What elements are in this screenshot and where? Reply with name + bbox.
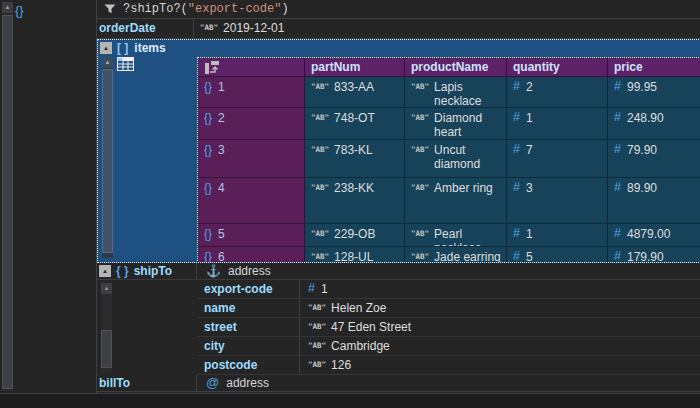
number-type-icon: # bbox=[513, 227, 520, 240]
table-cell-productName[interactable]: "AB"Uncut diamond bbox=[405, 140, 507, 178]
row-index-cell[interactable]: {}4 bbox=[198, 178, 305, 224]
table-cell-quantity[interactable]: #1 bbox=[507, 224, 608, 247]
field-value-text: 126 bbox=[331, 358, 351, 372]
field-key-export-code[interactable]: export-code bbox=[197, 280, 300, 298]
cell-value: 7 bbox=[526, 143, 533, 157]
column-header-quantity[interactable]: quantity bbox=[507, 58, 608, 77]
table-cell-quantity[interactable]: #2 bbox=[507, 77, 608, 108]
shipto-vertical-scrollbar[interactable]: ▲ bbox=[101, 283, 112, 373]
number-type-icon: # bbox=[614, 181, 621, 194]
items-vertical-scrollbar[interactable]: ▲ bbox=[102, 57, 113, 258]
string-type-icon: "AB" bbox=[308, 303, 326, 312]
row-index-label: 2 bbox=[218, 111, 225, 125]
filter-string-literal: "export-code" bbox=[188, 2, 282, 16]
cell-value: 2 bbox=[526, 80, 533, 94]
root-object-icon[interactable]: {} bbox=[15, 3, 24, 18]
cell-value: Uncut diamond bbox=[434, 143, 506, 171]
outer-vertical-scrollbar[interactable]: ▲ bbox=[2, 2, 13, 391]
cell-value: Jade earring bbox=[434, 250, 501, 263]
column-header-partNum[interactable]: partNum bbox=[305, 58, 405, 77]
number-type-icon: # bbox=[614, 227, 621, 240]
row-index-cell[interactable]: {}5 bbox=[198, 224, 305, 247]
table-cell-quantity[interactable]: #7 bbox=[507, 140, 608, 178]
scrollbar-thumb[interactable] bbox=[101, 330, 112, 368]
table-cell-price[interactable]: #248.90 bbox=[608, 108, 700, 140]
row-index-label: 6 bbox=[218, 250, 225, 263]
field-value[interactable]: "AB"Helen Zoe bbox=[300, 299, 700, 317]
filter-input-row[interactable]: ?shipTo?("export-code") bbox=[97, 0, 700, 19]
table-cell-price[interactable]: #79.90 bbox=[608, 140, 700, 178]
items-collapse-button[interactable]: ▲ bbox=[100, 42, 112, 54]
array-icon: [ ] bbox=[117, 41, 128, 55]
table-cell-productName[interactable]: "AB"Jade earring bbox=[405, 247, 507, 263]
table-row: {}5"AB"229-OB"AB"Pearl necklace#1#4879.0… bbox=[198, 224, 700, 247]
table-cell-price[interactable]: #179.90 bbox=[608, 247, 700, 263]
table-cell-quantity[interactable]: #5 bbox=[507, 247, 608, 263]
items-array-panel[interactable]: ▲ [ ] items ▲ bbox=[97, 39, 700, 263]
billto-key[interactable]: billTo bbox=[97, 375, 197, 391]
horizontal-scrollbar-track[interactable] bbox=[0, 393, 700, 408]
field-value[interactable]: "AB"47 Eden Street bbox=[300, 318, 700, 336]
table-cell-productName[interactable]: "AB"Diamond heart bbox=[405, 108, 507, 140]
shipto-value-cell[interactable]: ⚓ address bbox=[197, 263, 700, 279]
table-cell-price[interactable]: #89.90 bbox=[608, 178, 700, 224]
table-cell-productName[interactable]: "AB"Amber ring bbox=[405, 178, 507, 224]
object-icon: {} bbox=[204, 250, 212, 263]
field-key-name[interactable]: name bbox=[197, 299, 300, 317]
table-cell-partNum[interactable]: "AB"748-OT bbox=[305, 108, 405, 140]
table-cell-partNum[interactable]: "AB"238-KK bbox=[305, 178, 405, 224]
row-index-cell[interactable]: {}1 bbox=[198, 77, 305, 108]
cell-value: 238-KK bbox=[334, 181, 374, 195]
scroll-up-button[interactable]: ▲ bbox=[2, 2, 13, 13]
number-type-icon: # bbox=[513, 80, 520, 93]
shipto-collapse-button[interactable]: ▲ bbox=[99, 265, 111, 277]
table-cell-partNum[interactable]: "AB"783-KL bbox=[305, 140, 405, 178]
shipto-key-cell[interactable]: ▲ { } shipTo bbox=[97, 263, 197, 279]
field-value-text: 1 bbox=[321, 282, 328, 296]
scroll-up-button[interactable]: ▲ bbox=[102, 57, 113, 68]
string-type-icon: "AB" bbox=[311, 82, 329, 91]
object-icon: {} bbox=[204, 181, 212, 195]
table-cell-partNum[interactable]: "AB"229-OB bbox=[305, 224, 405, 247]
field-key-city[interactable]: city bbox=[197, 337, 300, 355]
scrollbar-thumb[interactable] bbox=[2, 15, 13, 389]
shipto-field-row: postcode"AB"126 bbox=[197, 356, 700, 375]
table-view-icon[interactable] bbox=[117, 57, 134, 71]
table-body: {}1"AB"833-AA"AB"Lapis necklace#2#99.95{… bbox=[198, 77, 700, 263]
field-key-street[interactable]: street bbox=[197, 318, 300, 336]
string-type-icon: "AB" bbox=[308, 360, 326, 369]
orderdate-key[interactable]: orderDate bbox=[97, 19, 194, 38]
filter-prefix: ?shipTo?( bbox=[123, 2, 188, 16]
table-cell-productName[interactable]: "AB"Pearl necklace bbox=[405, 224, 507, 247]
cell-value: 128-UL bbox=[334, 250, 373, 263]
table-cell-quantity[interactable]: #3 bbox=[507, 178, 608, 224]
row-index-cell[interactable]: {}6 bbox=[198, 247, 305, 263]
orderdate-value[interactable]: "AB" 2019-12-01 bbox=[194, 19, 700, 38]
row-index-cell[interactable]: {}3 bbox=[198, 140, 305, 178]
table-cell-price[interactable]: #99.95 bbox=[608, 77, 700, 108]
table-cell-productName[interactable]: "AB"Lapis necklace bbox=[405, 77, 507, 108]
column-header-productName[interactable]: productName bbox=[405, 58, 507, 77]
scroll-up-button[interactable]: ▲ bbox=[101, 283, 112, 294]
billto-value[interactable]: @ address bbox=[197, 375, 700, 391]
field-value[interactable]: "AB"126 bbox=[300, 356, 700, 374]
cell-value: 783-KL bbox=[334, 143, 373, 157]
object-icon: {} bbox=[204, 227, 212, 241]
cell-value: 4879.00 bbox=[627, 227, 670, 241]
table-cell-price[interactable]: #4879.00 bbox=[608, 224, 700, 247]
object-icon: {} bbox=[204, 111, 212, 125]
table-cell-partNum[interactable]: "AB"833-AA bbox=[305, 77, 405, 108]
filter-funnel-icon bbox=[104, 4, 116, 14]
scrollbar-thumb[interactable] bbox=[102, 69, 113, 253]
string-type-icon: "AB" bbox=[308, 322, 326, 331]
row-index-cell[interactable]: {}2 bbox=[198, 108, 305, 140]
table-cell-quantity[interactable]: #1 bbox=[507, 108, 608, 140]
table-row: {}1"AB"833-AA"AB"Lapis necklace#2#99.95 bbox=[198, 77, 700, 108]
string-type-icon: "AB" bbox=[411, 229, 429, 238]
table-cell-partNum[interactable]: "AB"128-UL bbox=[305, 247, 405, 263]
field-value[interactable]: #1 bbox=[300, 280, 700, 298]
field-value[interactable]: "AB"Cambridge bbox=[300, 337, 700, 355]
pivot-corner-cell[interactable] bbox=[198, 58, 305, 77]
column-header-price[interactable]: price bbox=[608, 58, 700, 77]
field-key-postcode[interactable]: postcode bbox=[197, 356, 300, 374]
